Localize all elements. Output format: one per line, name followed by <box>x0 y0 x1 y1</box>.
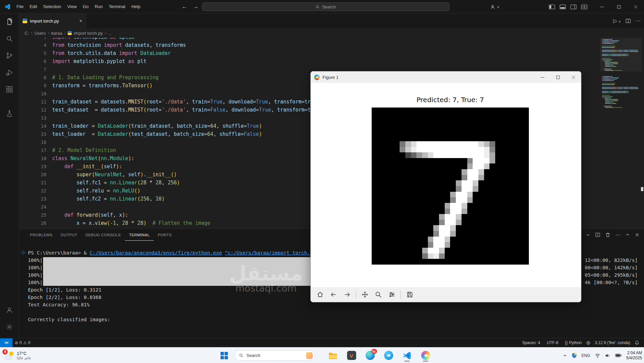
tab-import-torch-py[interactable]: import torch.py × <box>19 13 86 28</box>
subplots-config-icon[interactable] <box>387 290 397 299</box>
window-close-button[interactable] <box>627 0 644 13</box>
figure-titlebar[interactable]: Figure 1 <box>311 71 581 83</box>
toggle-secondary-sidebar-icon[interactable] <box>570 4 577 9</box>
breadcrumb-baraa[interactable]: baraa <box>51 31 62 36</box>
mnist-digit-canvas <box>372 108 529 265</box>
widgets-weather-button[interactable]: 4 17°C غائم غالبًا <box>3 349 33 362</box>
tab-ports[interactable]: PORTS <box>154 229 176 241</box>
kill-terminal-trash-icon[interactable] <box>605 232 610 237</box>
command-center-search[interactable]: Search <box>202 2 449 11</box>
figure-minimize-button[interactable] <box>535 71 550 83</box>
split-terminal-icon[interactable] <box>595 232 600 237</box>
python-file-icon <box>23 19 27 23</box>
window-controls <box>594 0 644 13</box>
security-shield-icon[interactable] <box>572 353 577 358</box>
maximize-panel-icon[interactable] <box>625 233 630 237</box>
figure-close-button[interactable] <box>566 71 581 83</box>
clock[interactable]: 2:04 AM 5/4/2025 <box>626 351 642 361</box>
language-status[interactable]: {}Python <box>563 338 584 347</box>
forward-icon[interactable] <box>342 290 352 299</box>
menu-terminal[interactable]: Terminal <box>106 0 128 13</box>
account-badge-icon <box>490 4 496 10</box>
tab-debug-console[interactable]: DEBUG CONSOLE <box>81 229 125 241</box>
window-maximize-button[interactable] <box>610 0 627 13</box>
line-number: 23 <box>19 195 46 203</box>
start-button[interactable] <box>217 349 231 362</box>
tab-output[interactable]: OUTPUT <box>57 229 81 241</box>
interpreter-status[interactable]: 3.12.9 ('fire': conda) <box>592 338 633 347</box>
volume-icon[interactable] <box>605 353 611 358</box>
code-line[interactable]: 6import matplotlib.pyplot as plt <box>19 57 644 65</box>
code-line[interactable]: 5from torch.utils.data import DataLoader <box>19 49 644 57</box>
window-minimize-button[interactable] <box>594 0 610 13</box>
settings-gear-icon[interactable] <box>0 319 19 335</box>
python-env-icon <box>586 341 590 345</box>
figure-maximize-button[interactable] <box>550 71 566 83</box>
forward-arrow-icon[interactable]: → <box>193 4 199 10</box>
breadcrumb-more[interactable]: ... <box>108 31 112 36</box>
save-icon[interactable] <box>405 290 414 299</box>
toggle-panel-icon[interactable] <box>560 4 566 9</box>
edge-icon[interactable]: 51 <box>363 349 377 362</box>
app-icon[interactable] <box>344 349 359 362</box>
battery-icon[interactable] <box>615 353 622 358</box>
problems-status[interactable]: ⊘0 ⚠0 <box>12 338 33 347</box>
extensions-icon[interactable] <box>0 81 19 98</box>
back-arrow-icon[interactable]: ← <box>182 4 187 10</box>
tab-close-icon[interactable]: × <box>79 18 82 24</box>
wifi-icon[interactable] <box>595 353 601 358</box>
copilot-button[interactable]: ∨ <box>490 0 499 13</box>
figure-window[interactable]: Figure 1 Predicted: 7, True: 7 <box>310 71 581 302</box>
remote-indicator[interactable]: >< <box>0 338 12 347</box>
split-editor-icon[interactable] <box>625 18 631 24</box>
editor-tab-bar: import torch.py × ▷ ∨ ⋯ <box>19 13 644 28</box>
menu-file[interactable]: File <box>13 0 27 13</box>
terminal-link[interactable]: C:/Users/baraa/anaconda3/envs/fire/pytho… <box>90 250 222 255</box>
menu-help[interactable]: Help <box>128 0 143 13</box>
indent-status[interactable]: Spaces: 4 <box>520 338 542 347</box>
terminal-dropdown-icon[interactable] <box>586 233 590 237</box>
code-line[interactable]: 4from torchvision import datasets, trans… <box>19 41 644 49</box>
menu-run[interactable]: Run <box>92 0 106 13</box>
breadcrumb-file[interactable]: import torch.py <box>74 31 103 36</box>
source-control-icon[interactable] <box>0 47 19 64</box>
notifications-bell-icon[interactable] <box>635 340 639 345</box>
panel-more-actions-icon[interactable]: ⋯ <box>615 232 620 238</box>
close-panel-icon[interactable] <box>635 233 639 237</box>
vscode-taskbar-icon[interactable] <box>400 349 414 362</box>
run-python-file-button[interactable]: ▷ ∨ <box>613 18 621 24</box>
breadcrumb-users[interactable]: Users <box>34 31 46 36</box>
search-sidebar-icon[interactable] <box>0 30 19 47</box>
input-language-indicator[interactable]: ENG <box>581 353 590 358</box>
explorer-icon[interactable] <box>0 13 19 30</box>
menu-edit[interactable]: Edit <box>27 0 40 13</box>
customize-layout-icon[interactable] <box>581 4 587 9</box>
taskbar-search[interactable]: Search <box>234 350 315 361</box>
tab-terminal[interactable]: TERMINAL <box>125 229 154 241</box>
more-actions-icon[interactable]: ⋯ <box>636 18 641 24</box>
line-number: 18 <box>19 154 46 162</box>
breadcrumb-drive[interactable]: C: <box>25 31 29 36</box>
home-icon[interactable] <box>315 290 325 299</box>
account-icon[interactable] <box>0 302 19 319</box>
zoom-icon[interactable] <box>374 290 383 299</box>
terminal-link[interactable]: "c:/Users/baraa/import torch.py" <box>225 250 319 255</box>
matplotlib-taskbar-icon[interactable] <box>418 349 433 362</box>
minimap[interactable] <box>600 38 642 229</box>
breadcrumb-chevron-icon: › <box>105 31 106 35</box>
command-decoration-icon[interactable] <box>22 251 25 254</box>
code-line[interactable]: 3import torch.optim as optim <box>19 38 644 41</box>
run-debug-icon[interactable] <box>0 64 19 81</box>
menu-view[interactable]: View <box>64 0 80 13</box>
toggle-sidebar-icon[interactable] <box>549 4 555 9</box>
file-explorer-icon[interactable] <box>326 349 340 362</box>
testing-icon[interactable] <box>0 105 19 122</box>
hidden-icons-chevron-icon[interactable] <box>563 353 567 358</box>
tab-problems[interactable]: PROBLEMS <box>26 229 57 241</box>
menu-selection[interactable]: Selection <box>40 0 64 13</box>
back-icon[interactable] <box>329 290 338 299</box>
pan-icon[interactable] <box>360 290 370 299</box>
encoding-status[interactable]: UTF-8 <box>544 338 561 347</box>
menu-go[interactable]: Go <box>80 0 92 13</box>
blue-app-icon[interactable] <box>381 349 396 362</box>
